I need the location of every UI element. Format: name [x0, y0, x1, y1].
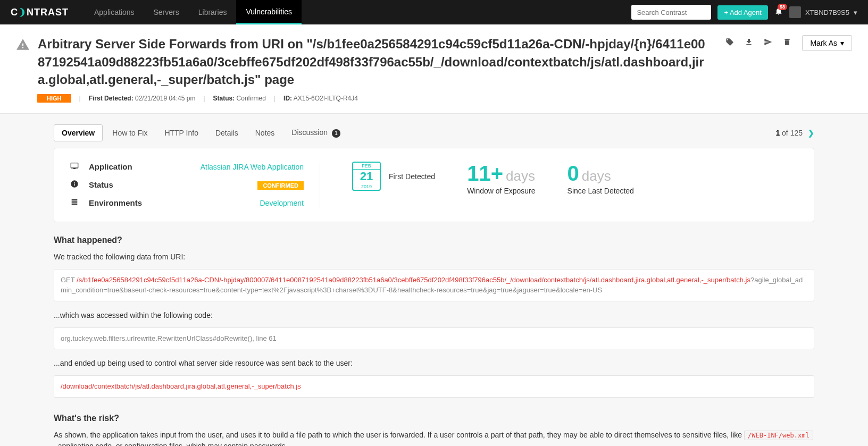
- send-icon[interactable]: [764, 38, 772, 48]
- logo-text2: NTRAST: [27, 7, 69, 18]
- tag-icon[interactable]: [725, 38, 734, 48]
- chevron-down-icon: ▾: [854, 9, 857, 16]
- mid-text-1: ...which was accessed within the followi…: [54, 310, 814, 321]
- code3-path: /download/contextbatch/js/atl.dashboard,…: [61, 382, 301, 390]
- content: Overview How to Fix HTTP Info Details No…: [27, 114, 841, 446]
- risk-code: /WEB-INF/web.xml: [744, 431, 813, 440]
- risk-section: What's the risk? As shown, the applicati…: [54, 414, 814, 446]
- tab-http-info[interactable]: HTTP Info: [157, 125, 206, 141]
- pager-total: of 125: [780, 129, 803, 137]
- env-link[interactable]: Development: [153, 199, 304, 207]
- chevron-down-icon: ▾: [840, 39, 844, 47]
- pager-current: 1: [775, 129, 780, 137]
- meta-row: HIGH | First Detected: 02/21/2019 04:45 …: [37, 94, 852, 103]
- since-detected-block: 0days Since Last Detected: [567, 162, 634, 195]
- page-header: Arbitrary Server Side Forwards from URI …: [0, 24, 868, 114]
- warning-icon: [16, 38, 30, 54]
- notification-badge: 58: [778, 4, 787, 10]
- exposure-num: 11+: [467, 162, 503, 185]
- notifications-icon[interactable]: 58: [774, 7, 783, 18]
- what-happened-heading: What happened?: [54, 235, 814, 245]
- risk-post: , application code, or configuration fil…: [54, 442, 288, 446]
- first-detected-value: 02/21/2019 04:45 pm: [135, 95, 195, 102]
- discussion-count: 1: [332, 129, 340, 138]
- first-detected-block: FEB 21 2019 First Detected: [352, 162, 435, 191]
- calendar-icon: FEB 21 2019: [352, 162, 381, 191]
- title-actions: Mark As ▾: [725, 35, 852, 51]
- what-happened-intro: We tracked the following data from URI:: [54, 251, 814, 263]
- server-icon: [70, 198, 84, 208]
- page-title: Arbitrary Server Side Forwards from URI …: [38, 35, 707, 89]
- nav-vulnerabilities[interactable]: Vulnerabilities: [236, 0, 302, 24]
- tabs: Overview How to Fix HTTP Info Details No…: [54, 124, 348, 141]
- nav-items: Applications Servers Libraries Vulnerabi…: [85, 0, 302, 24]
- mark-as-label: Mark As: [810, 39, 837, 47]
- search-input[interactable]: [631, 5, 711, 20]
- tab-how-to-fix[interactable]: How to Fix: [105, 125, 155, 141]
- first-detected-label: First Detected:: [89, 95, 133, 102]
- code1-method: GET: [61, 276, 77, 284]
- confirmed-badge: CONFIRMED: [257, 181, 304, 190]
- top-nav: C❩NTRAST Applications Servers Libraries …: [0, 0, 868, 24]
- app-label: Application: [89, 162, 147, 171]
- code-block-2: org.tuckey.web.filters.urlrewrite.Rewrit…: [54, 327, 814, 350]
- monitor-icon: [70, 162, 84, 172]
- logo[interactable]: C❩NTRAST: [11, 6, 69, 18]
- exposure-label: Window of Exposure: [467, 187, 535, 195]
- risk-pre: As shown, the application takes input fr…: [54, 431, 744, 439]
- user-menu[interactable]: XTBND7B9S5 ▾: [789, 6, 857, 18]
- cal-year: 2019: [353, 183, 380, 190]
- avatar: [789, 6, 801, 18]
- username-label: XTBND7B9S5: [805, 9, 849, 16]
- nav-right: + Add Agent 58 XTBND7B9S5 ▾: [631, 5, 857, 20]
- summary-status-label: Status: [89, 180, 147, 189]
- summary-left: Application Atlassian JIRA Web Applicati…: [70, 162, 320, 208]
- nav-applications[interactable]: Applications: [85, 0, 144, 24]
- risk-heading: What's the risk?: [54, 414, 814, 423]
- logo-text: C: [11, 7, 18, 18]
- tabs-row: Overview How to Fix HTTP Info Details No…: [54, 124, 814, 141]
- tab-discussion[interactable]: Discussion 1: [284, 124, 348, 141]
- status-value: Confirmed: [237, 95, 266, 102]
- risk-text: As shown, the application takes input fr…: [54, 430, 814, 446]
- what-happened-section: What happened? We tracked the following …: [54, 235, 814, 398]
- since-num: 0: [567, 162, 579, 185]
- pager-next-icon[interactable]: ❯: [808, 129, 814, 137]
- id-value: AX15-6O2I-ILTQ-R4J4: [294, 95, 358, 102]
- download-icon[interactable]: [745, 38, 753, 48]
- tab-details[interactable]: Details: [208, 125, 246, 141]
- severity-badge: HIGH: [37, 94, 71, 103]
- nav-libraries[interactable]: Libraries: [189, 0, 237, 24]
- nav-servers[interactable]: Servers: [144, 0, 189, 24]
- trash-icon[interactable]: [783, 38, 791, 48]
- exposure-block: 11+days Window of Exposure: [467, 162, 535, 195]
- mark-as-button[interactable]: Mark As ▾: [802, 35, 852, 51]
- summary-card: Application Atlassian JIRA Web Applicati…: [54, 148, 814, 222]
- tab-discussion-label: Discussion: [291, 128, 328, 137]
- logo-accent: ❩: [18, 6, 27, 18]
- mid-text-2: ...and ended up being used to control wh…: [54, 358, 814, 369]
- info-icon: [70, 180, 84, 190]
- code-block-1: GET /s/b1fee0a256584291c94c59cf5d11a26a-…: [54, 269, 814, 301]
- code-block-3: /download/contextbatch/js/atl.dashboard,…: [54, 375, 814, 398]
- tab-notes[interactable]: Notes: [248, 125, 282, 141]
- id-label: ID:: [283, 95, 292, 102]
- app-link[interactable]: Atlassian JIRA Web Application: [153, 163, 304, 171]
- since-unit: days: [582, 168, 611, 184]
- cal-day: 21: [353, 170, 380, 183]
- cal-month: FEB: [353, 163, 380, 170]
- tab-overview[interactable]: Overview: [54, 124, 103, 141]
- status-label: Status:: [213, 95, 235, 102]
- first-detected-caption: First Detected: [389, 172, 435, 181]
- exposure-unit: days: [506, 168, 535, 184]
- add-agent-button[interactable]: + Add Agent: [717, 5, 767, 20]
- pager: 1 of 125 ❯: [775, 129, 814, 137]
- env-label: Environments: [89, 198, 147, 207]
- code1-path: /s/b1fee0a256584291c94c59cf5d11a26a-CDN/…: [77, 276, 750, 284]
- since-label: Since Last Detected: [567, 187, 634, 195]
